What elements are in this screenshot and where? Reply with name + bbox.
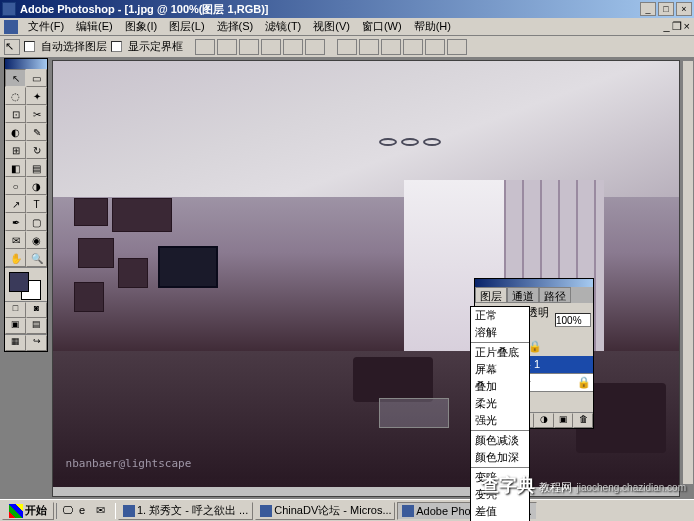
- toolbox-grip[interactable]: [5, 59, 47, 69]
- align-top-button[interactable]: [195, 39, 215, 55]
- eyedropper-tool[interactable]: ◉: [26, 231, 47, 249]
- crop-tool[interactable]: ⊡: [5, 105, 26, 123]
- tab-layers[interactable]: 图层: [475, 287, 507, 303]
- blur-tool[interactable]: ○: [5, 177, 26, 195]
- options-bar: ↖ 自动选择图层 显示定界框: [0, 36, 694, 58]
- distribute-bottom-button[interactable]: [381, 39, 401, 55]
- color-swatches: [5, 267, 47, 301]
- show-bounds-label: 显示定界框: [128, 39, 183, 54]
- distribute-vcenter-button[interactable]: [359, 39, 379, 55]
- type-tool[interactable]: T: [26, 195, 47, 213]
- blend-option[interactable]: 强光: [471, 412, 529, 429]
- path-tool[interactable]: ↗: [5, 195, 26, 213]
- distribute-hcenter-button[interactable]: [425, 39, 445, 55]
- show-bounds-checkbox[interactable]: [111, 41, 122, 52]
- image-coffee-table: [379, 398, 449, 428]
- delete-layer-button[interactable]: 🗑: [573, 413, 593, 428]
- blend-option[interactable]: 颜色加深: [471, 449, 529, 466]
- app-icon: [123, 505, 135, 517]
- foreground-color-swatch[interactable]: [9, 272, 29, 292]
- blend-option[interactable]: 正片叠底: [471, 344, 529, 361]
- app-icon: [260, 505, 272, 517]
- quick-launch-outlook[interactable]: ✉: [95, 503, 111, 519]
- blend-option[interactable]: 屏幕: [471, 361, 529, 378]
- menu-view[interactable]: 视图(V): [307, 19, 356, 34]
- blend-option[interactable]: 溶解: [471, 324, 529, 341]
- quick-launch-ie[interactable]: e: [78, 503, 94, 519]
- image-chandelier: [379, 138, 449, 158]
- menu-image[interactable]: 图象(I): [119, 19, 163, 34]
- distribute-top-button[interactable]: [337, 39, 357, 55]
- lock-all-icon[interactable]: 🔒: [528, 340, 542, 353]
- screen-standard-button[interactable]: ▣: [5, 318, 26, 334]
- lasso-tool[interactable]: ◌: [5, 87, 26, 105]
- gradient-tool[interactable]: ▤: [26, 159, 47, 177]
- brush-tool[interactable]: ✎: [26, 123, 47, 141]
- align-left-button[interactable]: [261, 39, 281, 55]
- menu-edit[interactable]: 编辑(E): [70, 19, 119, 34]
- shape-tool[interactable]: ▢: [26, 213, 47, 231]
- align-vcenter-button[interactable]: [217, 39, 237, 55]
- taskbar-task-2[interactable]: ChinaDV论坛 - Micros...: [255, 502, 395, 520]
- window-titlebar: Adobe Photoshop - [1.jpg @ 100%(图层 1,RGB…: [0, 0, 694, 18]
- start-button[interactable]: 开始: [2, 502, 54, 520]
- quick-launch-desktop[interactable]: 🖵: [61, 503, 77, 519]
- windows-icon: [9, 504, 23, 518]
- eraser-tool[interactable]: ◧: [5, 159, 26, 177]
- maximize-button[interactable]: □: [658, 2, 674, 16]
- standard-mode-button[interactable]: □: [5, 302, 26, 318]
- distribute-left-button[interactable]: [403, 39, 423, 55]
- menu-window[interactable]: 窗口(W): [356, 19, 408, 34]
- new-layer-button[interactable]: ▣: [554, 413, 574, 428]
- document-icon: [4, 20, 18, 34]
- opacity-input[interactable]: [555, 313, 591, 327]
- layers-panel-grip[interactable]: [475, 279, 593, 287]
- adjustment-layer-button[interactable]: ◑: [534, 413, 554, 428]
- menu-filter[interactable]: 滤镜(T): [259, 19, 307, 34]
- image-wall: [53, 180, 316, 359]
- menu-help[interactable]: 帮助(H): [408, 19, 457, 34]
- quickmask-mode-button[interactable]: ◙: [26, 302, 47, 318]
- toolbox[interactable]: ↖▭◌✦⊡✂◐✎⊞↻◧▤○◑↗T✒▢✉◉✋🔍 □ ◙ ▣ ▤ ▦ ↪: [4, 58, 48, 352]
- doc-close-button[interactable]: ×: [684, 20, 690, 33]
- healing-tool[interactable]: ◐: [5, 123, 26, 141]
- blend-option[interactable]: 差值: [471, 503, 529, 520]
- tab-paths[interactable]: 路径: [539, 287, 571, 303]
- menu-file[interactable]: 文件(F): [22, 19, 70, 34]
- taskbar-task-1[interactable]: 1. 郑秀文 - 呼之欲出 ...: [118, 502, 253, 520]
- hand-tool[interactable]: ✋: [5, 249, 26, 267]
- dodge-tool[interactable]: ◑: [26, 177, 47, 195]
- slice-tool[interactable]: ✂: [26, 105, 47, 123]
- jump-to-button[interactable]: ↪: [26, 335, 47, 351]
- marquee-tool[interactable]: ▭: [26, 69, 47, 87]
- vertical-scrollbar[interactable]: [682, 60, 694, 485]
- move-tool[interactable]: ↖: [5, 69, 26, 87]
- screen-full-button[interactable]: ▦: [5, 335, 26, 351]
- image-watermark: nbanbaer@lightscape: [66, 457, 192, 470]
- align-right-button[interactable]: [305, 39, 325, 55]
- menu-select[interactable]: 选择(S): [211, 19, 260, 34]
- align-bottom-button[interactable]: [239, 39, 259, 55]
- blend-option[interactable]: 颜色减淡: [471, 432, 529, 449]
- app-icon: [402, 505, 414, 517]
- zoom-tool[interactable]: 🔍: [26, 249, 47, 267]
- wand-tool[interactable]: ✦: [26, 87, 47, 105]
- minimize-button[interactable]: _: [640, 2, 656, 16]
- history-brush-tool[interactable]: ↻: [26, 141, 47, 159]
- close-button[interactable]: ×: [676, 2, 692, 16]
- auto-select-checkbox[interactable]: [24, 41, 35, 52]
- workspace: ↖▭◌✦⊡✂◐✎⊞↻◧▤○◑↗T✒▢✉◉✋🔍 □ ◙ ▣ ▤ ▦ ↪: [0, 58, 694, 499]
- blend-option[interactable]: 柔光: [471, 395, 529, 412]
- pen-tool[interactable]: ✒: [5, 213, 26, 231]
- blend-option[interactable]: 正常: [471, 307, 529, 324]
- screen-full-menu-button[interactable]: ▤: [26, 318, 47, 334]
- distribute-right-button[interactable]: [447, 39, 467, 55]
- notes-tool[interactable]: ✉: [5, 231, 26, 249]
- doc-restore-button[interactable]: ❐: [672, 20, 682, 33]
- menu-layer[interactable]: 图层(L): [163, 19, 210, 34]
- stamp-tool[interactable]: ⊞: [5, 141, 26, 159]
- align-hcenter-button[interactable]: [283, 39, 303, 55]
- tab-channels[interactable]: 通道: [507, 287, 539, 303]
- blend-option[interactable]: 叠加: [471, 378, 529, 395]
- doc-minimize-button[interactable]: _: [663, 20, 669, 33]
